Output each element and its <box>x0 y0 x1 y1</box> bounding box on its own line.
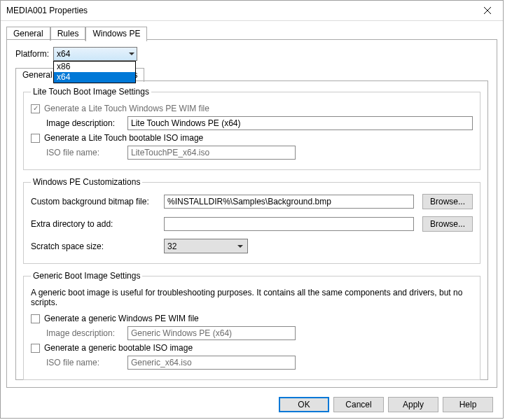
platform-option-x64[interactable]: x64 <box>54 72 135 83</box>
bg-input[interactable] <box>164 195 414 209</box>
generic-imgdesc-row: Image description: <box>31 326 473 340</box>
sub-panel-general: Lite Touch Boot Image Settings ✓ Generat… <box>15 80 488 380</box>
lite-touch-legend: Lite Touch Boot Image Settings <box>31 87 151 97</box>
bg-browse-button[interactable]: Browse... <box>422 194 473 209</box>
lite-iso-label: Generate a Lite Touch bootable ISO image <box>44 133 203 143</box>
lite-iso-row: Generate a Lite Touch bootable ISO image <box>31 133 473 143</box>
tab-windows-pe[interactable]: Windows PE <box>85 27 147 41</box>
generic-wim-label: Generate a generic Windows PE WIM file <box>44 314 199 323</box>
lite-wim-row: ✓ Generate a Lite Touch Windows PE WIM f… <box>31 104 473 113</box>
lite-imgdesc-row: Image description: <box>31 116 473 130</box>
generic-iso-checkbox[interactable] <box>31 344 40 353</box>
lite-isoname-input <box>127 146 296 160</box>
lite-imgdesc-input[interactable] <box>127 116 473 130</box>
scratch-row: Scratch space size: 32 <box>31 239 473 253</box>
tab-rules[interactable]: Rules <box>50 27 86 41</box>
generic-wim-row: Generate a generic Windows PE WIM file <box>31 314 473 323</box>
window-title: MEDIA001 Properties <box>6 6 472 15</box>
lite-wim-checkbox[interactable]: ✓ <box>31 104 40 113</box>
scratch-label: Scratch space size: <box>31 241 164 251</box>
lite-wim-label: Generate a Lite Touch Windows PE WIM fil… <box>44 104 209 113</box>
customizations-legend: Windows PE Customizations <box>31 177 142 187</box>
bg-label: Custom background bitmap file: <box>31 197 164 206</box>
lite-touch-fieldset: Lite Touch Boot Image Settings ✓ Generat… <box>23 87 480 170</box>
platform-combo-list: x86 x64 <box>53 61 136 83</box>
generic-legend: Generic Boot Image Settings <box>31 271 142 281</box>
extradir-browse-button[interactable]: Browse... <box>422 216 473 232</box>
client-area: GeneralRulesWindows PE Platform: x64 x86… <box>1 21 503 391</box>
bg-row: Custom background bitmap file: Browse... <box>31 194 473 209</box>
platform-label: Platform: <box>15 49 49 59</box>
lite-imgdesc-label: Image description: <box>46 118 127 128</box>
platform-combo-box[interactable]: x64 <box>53 47 137 61</box>
generic-fieldset: Generic Boot Image Settings A generic bo… <box>23 271 480 380</box>
lite-isoname-label: ISO file name: <box>46 148 127 158</box>
generic-imgdesc-input <box>127 326 296 340</box>
generic-isoname-input <box>127 356 296 370</box>
generic-iso-label: Generate a generic bootable ISO image <box>44 343 193 353</box>
close-button[interactable] <box>472 1 503 20</box>
apply-button[interactable]: Apply <box>388 397 438 412</box>
customizations-fieldset: Windows PE Customizations Custom backgro… <box>23 177 480 264</box>
generic-isoname-row: ISO file name: <box>31 356 473 370</box>
titlebar: MEDIA001 Properties <box>1 1 503 21</box>
generic-wim-checkbox[interactable] <box>31 314 40 323</box>
scratch-select[interactable]: 32 <box>164 239 248 253</box>
scratch-value: 32 <box>167 241 177 251</box>
platform-row: Platform: x64 x86 x64 <box>15 47 488 61</box>
generic-note: A generic boot image is useful for troub… <box>31 288 473 307</box>
extradir-label: Extra directory to add: <box>31 219 164 229</box>
extradir-row: Extra directory to add: Browse... <box>31 216 473 232</box>
top-tabs: GeneralRulesWindows PE <box>6 25 497 40</box>
chevron-down-icon <box>237 245 243 248</box>
extradir-input[interactable] <box>164 217 414 231</box>
generic-isoname-label: ISO file name: <box>46 358 127 368</box>
generic-iso-row: Generate a generic bootable ISO image <box>31 343 473 353</box>
lite-iso-checkbox[interactable] <box>31 134 40 143</box>
help-button[interactable]: Help <box>443 397 493 412</box>
cancel-button[interactable]: Cancel <box>333 397 384 412</box>
platform-combo-value: x64 <box>57 49 70 59</box>
lite-isoname-row: ISO file name: <box>31 146 473 160</box>
platform-option-x86[interactable]: x86 <box>54 62 135 72</box>
ok-button[interactable]: OK <box>279 397 329 412</box>
chevron-down-icon <box>129 52 134 55</box>
button-bar: OK Cancel Apply Help <box>1 391 503 418</box>
windows-pe-panel: Platform: x64 x86 x64 GeneralFeaturesatc… <box>6 39 497 388</box>
close-icon <box>484 7 491 14</box>
platform-combo[interactable]: x64 x86 x64 <box>53 47 137 61</box>
tab-general[interactable]: General <box>6 27 50 41</box>
generic-imgdesc-label: Image description: <box>46 328 127 338</box>
properties-window: MEDIA001 Properties GeneralRulesWindows … <box>0 0 504 419</box>
